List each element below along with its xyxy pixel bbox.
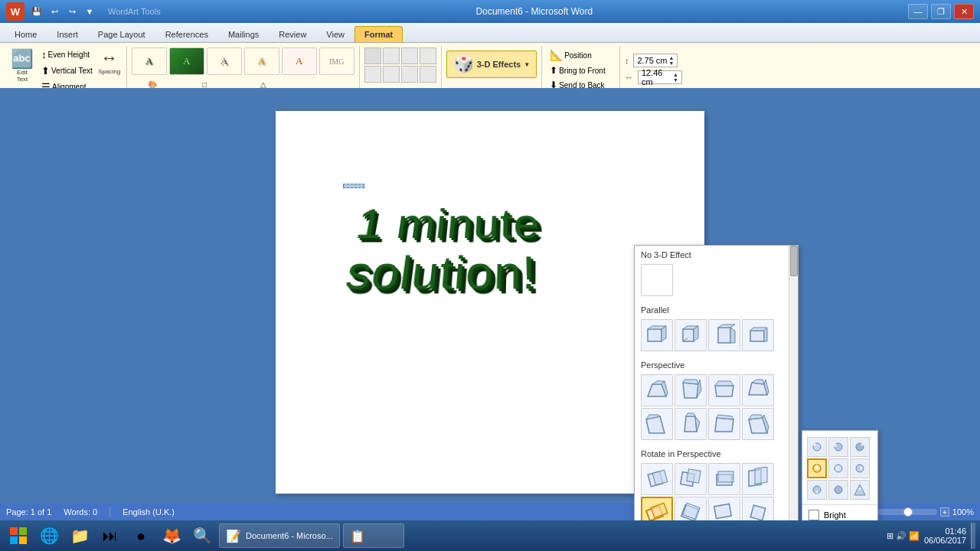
close-btn[interactable]: ✕ — [954, 4, 974, 19]
other-app-taskbar[interactable]: 📋 — [343, 523, 404, 548]
perspective-cell-5[interactable] — [641, 408, 673, 440]
chrome-btn[interactable]: ● — [127, 523, 155, 549]
position-btn[interactable]: 📐 Position — [547, 47, 615, 63]
perspective-cell-3[interactable] — [708, 374, 740, 406]
tab-mailings[interactable]: Mailings — [218, 26, 269, 42]
tab-view[interactable]: View — [316, 26, 354, 42]
light-cell-8[interactable] — [828, 480, 848, 500]
ribbon-tab-bar: Home Insert Page Layout References Maili… — [0, 23, 980, 43]
spacing-btn[interactable]: ↔ Spacing — [97, 47, 122, 77]
tab-home[interactable]: Home — [5, 26, 47, 42]
taskbar-time: 01:46 — [924, 527, 966, 536]
explorer-btn[interactable]: 📁 — [66, 523, 93, 549]
shadow-cell-5[interactable] — [364, 66, 381, 83]
shadow-cell-2[interactable] — [383, 47, 400, 64]
save-quick-btn[interactable]: 💾 — [29, 4, 44, 19]
height-input[interactable]: 2.75 cm ▲ ▼ — [633, 54, 678, 67]
rotate-cell-4[interactable] — [742, 463, 774, 495]
light-cell-9[interactable] — [850, 480, 870, 500]
vertical-text-btn[interactable]: ⬆ Vertical Text — [38, 64, 96, 78]
unknown-btn[interactable]: 🔍 — [188, 523, 216, 549]
title-bar: W 💾 ↩ ↪ ▼ WordArt Tools Document6 - Micr… — [0, 0, 980, 23]
3d-effects-text: 3-D Effects — [477, 60, 521, 69]
zoom-slider[interactable] — [876, 509, 937, 515]
parallel-cell-1[interactable] — [641, 319, 673, 351]
tab-page-layout[interactable]: Page Layout — [88, 26, 155, 42]
light-cell-1[interactable] — [807, 437, 827, 457]
parallel-cell-4[interactable] — [742, 319, 774, 351]
wordart-style-1[interactable]: A — [132, 47, 167, 75]
panel-scroll-thumb[interactable] — [790, 246, 798, 276]
bring-to-front-btn[interactable]: ⬆ Bring to Front — [547, 64, 615, 77]
perspective-cell-6[interactable] — [675, 408, 707, 440]
light-cell-3[interactable] — [850, 437, 870, 457]
shadow-cell-3[interactable] — [401, 47, 418, 64]
height-up-arrow[interactable]: ▲ — [668, 55, 674, 60]
even-height-btn[interactable]: ↕ Even Height — [38, 47, 96, 62]
wordart-style-5[interactable]: A — [282, 47, 317, 75]
light-cell-4[interactable] — [807, 458, 827, 478]
rotate-cell-1[interactable] — [641, 463, 673, 495]
height-down-arrow[interactable]: ▼ — [668, 60, 674, 66]
zoom-in-btn[interactable]: + — [940, 507, 949, 517]
width-up-arrow[interactable]: ▲ — [673, 72, 678, 77]
width-down-arrow[interactable]: ▼ — [673, 77, 678, 83]
parallel-cell-2[interactable] — [675, 319, 707, 351]
tab-insert[interactable]: Insert — [47, 26, 88, 42]
tab-format[interactable]: Format — [354, 26, 403, 42]
wordart-image[interactable]: IMG — [319, 47, 354, 75]
shadow-cell-1[interactable] — [364, 47, 381, 64]
svg-marker-20 — [715, 381, 733, 386]
3d-effects-btn[interactable]: 🎲 3-D Effects ▼ — [446, 51, 537, 78]
light-cell-7[interactable] — [807, 480, 827, 500]
perspective-cell-1[interactable] — [641, 374, 673, 406]
light-cell-6[interactable] — [850, 458, 870, 478]
wordart-content[interactable]: 1 minutesolution! — [341, 201, 541, 300]
perspective-cell-7[interactable] — [708, 408, 740, 440]
panel-scrollbar[interactable] — [789, 246, 798, 551]
svg-marker-8 — [730, 328, 735, 343]
ie-btn[interactable]: 🌐 — [35, 523, 63, 549]
wordart-style-2[interactable]: A — [169, 47, 204, 75]
perspective-cell-4[interactable] — [742, 374, 774, 406]
svg-point-64 — [859, 488, 861, 491]
document-title: Document6 - Microsoft Word — [476, 6, 593, 17]
perspective-cell-2[interactable] — [675, 374, 707, 406]
svg-point-62 — [835, 486, 842, 494]
shadow-cell-8[interactable] — [420, 66, 436, 83]
zoom-thumb[interactable] — [903, 507, 913, 517]
svg-rect-41 — [755, 467, 767, 484]
wordart-style-4[interactable]: A — [244, 47, 279, 75]
light-cell-5[interactable] — [828, 458, 848, 478]
rotate-cell-3[interactable] — [708, 463, 740, 495]
title-bar-left: W 💾 ↩ ↪ ▼ WordArt Tools — [6, 2, 161, 21]
firefox-btn[interactable]: 🦊 — [158, 523, 185, 549]
no-effect-cell[interactable] — [641, 264, 673, 296]
shadow-cell-4[interactable] — [420, 47, 436, 64]
undo-quick-btn[interactable]: ↩ — [47, 4, 62, 19]
shadow-cell-6[interactable] — [383, 66, 400, 83]
start-btn[interactable] — [5, 523, 32, 549]
taskbar-icons: ⊞ 🔊 📶 — [887, 531, 920, 541]
show-desktop-btn[interactable] — [971, 523, 975, 549]
minimize-btn[interactable]: — — [908, 4, 928, 19]
height-icon: ↕ — [625, 56, 629, 65]
width-input[interactable]: 12.46 cm ▲ ▼ — [638, 70, 682, 84]
tab-review[interactable]: Review — [269, 26, 316, 42]
rotate-cell-2[interactable] — [675, 463, 707, 495]
wordart-style-3[interactable]: A — [207, 47, 242, 75]
edit-text-btn[interactable]: 🔤 Edit Text — [8, 47, 37, 86]
shadow-cell-7[interactable] — [401, 66, 418, 83]
svg-rect-39 — [718, 471, 733, 482]
light-cell-2[interactable] — [828, 437, 848, 457]
parallel-cell-3[interactable] — [708, 319, 740, 351]
restore-btn[interactable]: ❐ — [931, 4, 951, 19]
word-taskbar-btn[interactable]: 📝 Document6 - Microso... — [219, 523, 340, 548]
no-effect-grid — [635, 262, 798, 301]
customize-quick-btn[interactable]: ▼ — [82, 4, 97, 19]
redo-quick-btn[interactable]: ↪ — [64, 4, 80, 19]
tab-references[interactable]: References — [155, 26, 218, 42]
perspective-cell-8[interactable] — [742, 408, 774, 440]
width-arrows: ▲ ▼ — [673, 72, 678, 83]
media-btn[interactable]: ⏭ — [96, 523, 124, 549]
